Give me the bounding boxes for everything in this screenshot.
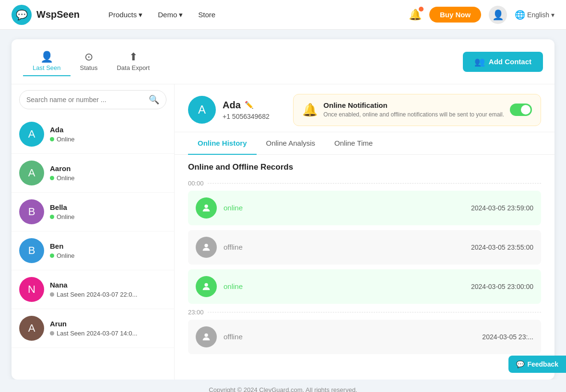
notification-bell[interactable]: 🔔 — [409, 9, 422, 21]
selected-contact-phone: +1 5056349682 — [223, 113, 270, 120]
main-tab-group: 👤 Last Seen ⊙ Status ⬆ Data Export — [23, 47, 159, 76]
store-link[interactable]: Store — [198, 11, 215, 19]
svg-point-2 — [204, 283, 208, 286]
avatar: N — [19, 277, 44, 302]
tab-online-history[interactable]: Online History — [188, 132, 257, 155]
list-item[interactable]: A Arun Last Seen 2024-03-07 14:0... — [12, 309, 174, 348]
online-icon — [196, 197, 217, 219]
selected-contact-info: Ada ✏️ +1 5056349682 — [223, 100, 270, 120]
record-item: online 2024-03-05 23:00:00 — [188, 269, 541, 304]
notification-toggle[interactable] — [510, 104, 532, 116]
contact-name: Ada — [50, 126, 166, 134]
offline-dot — [50, 292, 54, 297]
tab-last-seen[interactable]: 👤 Last Seen — [23, 47, 71, 76]
tab-online-analysis[interactable]: Online Analysis — [257, 132, 325, 155]
svg-point-3 — [204, 333, 208, 336]
offline-icon — [196, 237, 217, 258]
contact-info: Nana Last Seen 2024-03-07 22:0... — [50, 281, 166, 298]
tab-data-export-label: Data Export — [117, 64, 150, 71]
language-chevron: ▾ — [551, 11, 554, 19]
contact-status: Last Seen 2024-03-07 14:0... — [50, 330, 166, 337]
offline-icon — [196, 326, 217, 347]
panel-body: 🔍 A Ada Online — [12, 84, 554, 380]
avatar: B — [19, 238, 44, 263]
online-dot — [50, 137, 54, 141]
notification-text: Online Notification Once enabled, online… — [323, 101, 504, 119]
tab-data-export[interactable]: ⬆ Data Export — [107, 47, 159, 76]
tab-status[interactable]: ⊙ Status — [71, 47, 107, 76]
language-selector[interactable]: 🌐 English ▾ — [515, 10, 554, 20]
notification-title: Online Notification — [323, 101, 504, 109]
add-contact-button[interactable]: 👥 Add Contact — [463, 52, 543, 72]
contact-status: Last Seen 2024-03-07 22:0... — [50, 291, 166, 298]
record-status-label: online — [224, 204, 464, 212]
add-contact-icon: 👥 — [474, 57, 485, 67]
record-status-label: online — [224, 282, 464, 290]
record-item: offline 2024-03-05 23:55:00 — [188, 230, 541, 265]
edit-contact-icon[interactable]: ✏️ — [245, 101, 254, 109]
language-label: English — [527, 11, 549, 19]
feedback-button[interactable]: 💬 Feedback — [508, 356, 566, 373]
notification-bell-icon: 🔔 — [302, 103, 318, 117]
online-dot — [50, 176, 54, 180]
contact-info: Ada Online — [50, 126, 166, 143]
record-timestamp: 2024-03-05 23:55:00 — [471, 243, 533, 251]
avatar: A — [19, 122, 44, 147]
tab-last-seen-label: Last Seen — [33, 64, 61, 71]
avatar: B — [19, 199, 44, 224]
tab-online-time[interactable]: Online Time — [325, 132, 382, 155]
record-timestamp: 2024-03-05 23:00:00 — [471, 283, 533, 290]
navbar: 💬 WspSeen Products ▾ Demo ▾ Store 🔔 Buy … — [0, 0, 566, 30]
svg-point-1 — [204, 243, 208, 247]
list-item[interactable]: B Bella Online — [12, 193, 174, 231]
contact-list: A Ada Online A Aaron — [12, 115, 174, 380]
toggle-knob — [521, 105, 531, 115]
status-icon: ⊙ — [84, 51, 93, 63]
list-item[interactable]: N Nana Last Seen 2024-03-07 22:0... — [12, 270, 174, 309]
contact-status: Online — [50, 174, 166, 182]
time-label-23: 23:00 — [188, 309, 541, 316]
notification-box: 🔔 Online Notification Once enabled, onli… — [293, 94, 541, 126]
main-panel: 👤 Last Seen ⊙ Status ⬆ Data Export 👥 Add… — [12, 39, 554, 380]
offline-dot — [50, 331, 54, 335]
bell-badge — [419, 7, 424, 12]
contact-status: Online — [50, 136, 166, 143]
contact-name: Ben — [50, 242, 166, 250]
record-timestamp: 2024-03-05 23:59:00 — [471, 204, 533, 212]
contact-name: Nana — [50, 281, 166, 289]
online-dot — [50, 215, 54, 219]
list-item[interactable]: B Ben Online — [12, 231, 174, 270]
search-box[interactable]: 🔍 — [19, 90, 166, 109]
selected-contact-detail: A Ada ✏️ +1 5056349682 — [188, 96, 270, 124]
record-item: online 2024-03-05 23:59:00 — [188, 191, 541, 225]
contact-name: Bella — [50, 203, 166, 211]
notification-description: Once enabled, online and offline notific… — [323, 111, 504, 119]
search-input[interactable] — [26, 96, 145, 104]
nav-logo[interactable]: 💬 WspSeen — [12, 5, 80, 25]
avatar: A — [19, 161, 44, 185]
content-header: A Ada ✏️ +1 5056349682 🔔 Online Noti — [175, 84, 554, 132]
store-label: Store — [198, 11, 215, 19]
products-chevron: ▾ — [139, 11, 142, 19]
last-seen-icon: 👤 — [40, 51, 53, 63]
products-link[interactable]: Products ▾ — [108, 11, 142, 19]
copyright-text: Copyright © 2024 ClevGuard.com. All righ… — [209, 386, 357, 392]
tab-status-label: Status — [80, 64, 98, 71]
demo-link[interactable]: Demo ▾ — [158, 11, 183, 19]
products-label: Products — [108, 11, 137, 19]
records-area: Online and Offline Records 00:00 online … — [175, 155, 554, 380]
footer: Copyright © 2024 ClevGuard.com. All righ… — [0, 380, 566, 392]
user-avatar-nav[interactable]: 👤 — [489, 6, 507, 24]
data-export-icon: ⬆ — [129, 51, 138, 63]
contact-status: Online — [50, 252, 166, 259]
list-item[interactable]: A Ada Online — [12, 115, 174, 154]
logo-icon: 💬 — [12, 5, 32, 25]
records-title: Online and Offline Records — [188, 162, 541, 172]
contact-info: Ben Online — [50, 242, 166, 259]
list-item[interactable]: A Aaron Online — [12, 154, 174, 193]
sidebar: 🔍 A Ada Online — [12, 84, 175, 380]
record-item: offline 2024-03-05 23:... — [188, 320, 541, 354]
avatar: A — [19, 316, 44, 341]
record-status-label: offline — [224, 243, 464, 251]
buy-now-button[interactable]: Buy Now — [429, 7, 481, 23]
